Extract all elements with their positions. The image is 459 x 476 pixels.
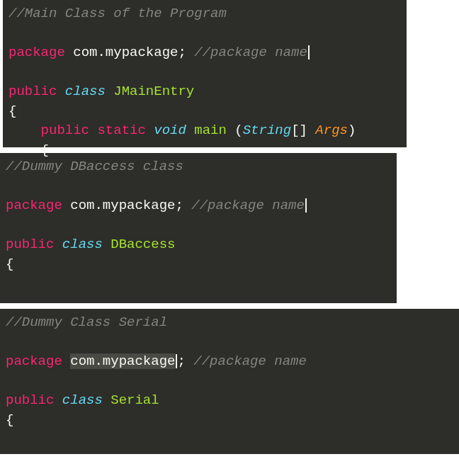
code-line: package com.mypackage; //package name <box>6 196 391 216</box>
code-text <box>103 392 110 408</box>
comment: //Main Class of the Program <box>8 6 227 21</box>
keyword-public: public <box>6 237 54 252</box>
semicolon: ; <box>177 353 185 369</box>
code-text <box>103 237 110 252</box>
code-block-3: //Dummy Class Serial package com.mypacka… <box>0 309 459 454</box>
code-line <box>6 430 453 450</box>
comment: //Dummy Class Serial <box>6 314 167 330</box>
keyword-package: package <box>6 353 62 369</box>
code-line <box>6 333 453 353</box>
paren: ) <box>348 123 356 138</box>
package-name: com.mypackage <box>70 198 175 213</box>
semicolon: ; <box>178 45 186 60</box>
code-text <box>227 123 234 138</box>
code-text <box>54 237 62 252</box>
keyword-void: void <box>154 123 186 138</box>
keyword-package: package <box>6 198 62 213</box>
brace: { <box>6 256 13 272</box>
code-text <box>62 353 70 369</box>
code-text <box>57 84 64 99</box>
method-name: main <box>194 123 227 138</box>
keyword-public: public <box>8 84 57 99</box>
code-line: public static void main (String[] Args) <box>8 121 401 141</box>
class-name: JMainEntry <box>113 84 194 99</box>
code-text <box>62 198 70 213</box>
code-line <box>8 63 401 83</box>
indent <box>8 142 41 158</box>
class-name: Serial <box>110 392 159 408</box>
code-block-2: //Dummy DBaccess class package com.mypac… <box>0 153 397 303</box>
code-line: public class DBaccess <box>6 235 391 255</box>
code-line: //Dummy DBaccess class <box>6 157 391 177</box>
code-line: package com.mypackage; //package name <box>8 43 401 63</box>
code-text <box>307 123 315 138</box>
code-text <box>146 123 154 138</box>
class-name: DBaccess <box>110 237 175 252</box>
code-line: //Main Class of the Program <box>8 4 401 24</box>
comment: //Dummy DBaccess class <box>6 159 183 174</box>
code-text <box>186 45 194 60</box>
keyword-public: public <box>6 392 54 408</box>
package-name: com.mypackage <box>73 45 178 60</box>
code-line: package com.mypackage; //package name <box>6 352 453 372</box>
code-text <box>106 84 113 99</box>
cursor-icon <box>305 198 307 212</box>
brackets: [] <box>291 123 307 138</box>
code-line <box>6 372 453 392</box>
keyword-package: package <box>8 45 65 60</box>
comment: //package name <box>194 45 307 60</box>
comment: //package name <box>193 353 307 369</box>
code-line: { <box>6 411 453 431</box>
code-text <box>54 392 62 408</box>
code-line <box>6 216 391 236</box>
keyword-static: static <box>97 123 145 138</box>
code-line: public class Serial <box>6 391 453 411</box>
paren: ( <box>234 123 242 138</box>
code-text <box>186 123 194 138</box>
keyword-public: public <box>41 123 89 138</box>
code-block-1: //Main Class of the Program package com.… <box>3 0 407 147</box>
indent <box>8 123 41 138</box>
keyword-class: class <box>62 237 103 252</box>
brace: { <box>41 142 49 158</box>
keyword-class: class <box>62 392 103 408</box>
code-line <box>6 177 391 197</box>
code-line <box>8 24 401 44</box>
code-line: { <box>8 102 401 122</box>
code-text <box>65 45 73 60</box>
brace: { <box>8 103 16 119</box>
selected-text: com.mypackage <box>70 353 175 369</box>
cursor-icon <box>308 45 310 60</box>
code-text <box>89 123 97 138</box>
code-line: public class JMainEntry <box>8 82 401 102</box>
semicolon: ; <box>175 198 183 213</box>
param-name: Args <box>315 123 348 138</box>
code-text <box>186 353 193 369</box>
code-text <box>183 198 191 213</box>
keyword-class: class <box>65 84 106 99</box>
brace: { <box>6 412 13 428</box>
type-string: String <box>243 123 291 138</box>
code-line: { <box>6 255 391 275</box>
code-line <box>6 274 391 294</box>
code-line: //Dummy Class Serial <box>6 313 453 333</box>
comment: //package name <box>191 198 305 213</box>
